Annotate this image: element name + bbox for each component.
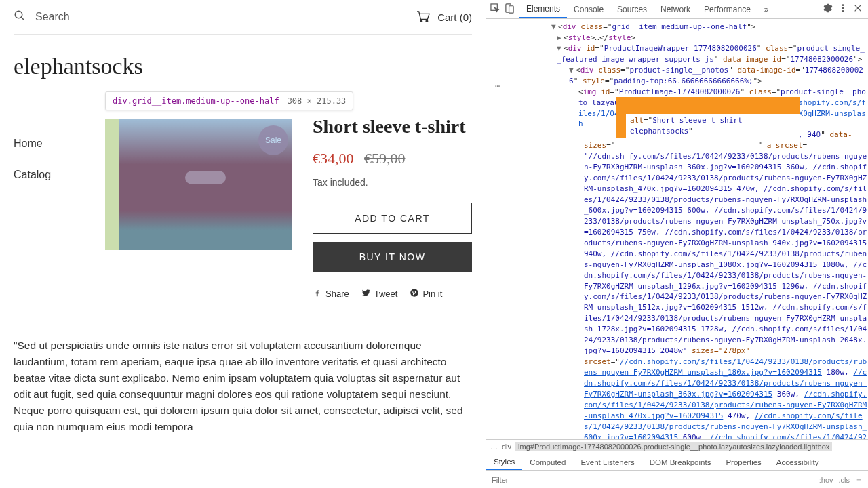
svg-point-10 xyxy=(842,10,844,12)
cart-icon xyxy=(416,10,431,24)
settings-icon[interactable] xyxy=(823,3,833,15)
search-icon xyxy=(14,9,26,24)
highlight-content xyxy=(119,119,292,250)
collapsed-indicator[interactable]: ⋯ xyxy=(490,79,505,94)
tab-more[interactable]: » xyxy=(757,0,776,18)
share-twitter[interactable]: Tweet xyxy=(361,288,398,300)
stab-a11y[interactable]: Accessibility xyxy=(769,453,827,470)
cart-link[interactable]: Cart (0) xyxy=(416,10,472,24)
twitter-icon xyxy=(361,288,371,300)
share-facebook[interactable]: Share xyxy=(313,288,349,300)
nav-catalog[interactable]: Catalog xyxy=(14,159,92,190)
svg-rect-7 xyxy=(509,5,514,12)
tab-sources[interactable]: Sources xyxy=(610,0,654,18)
svg-point-8 xyxy=(842,4,844,6)
styles-filter-row: :hov .cls ＋ xyxy=(486,470,868,488)
dom-breadcrumb[interactable]: … div img#ProductImage-17748082000026.pr… xyxy=(486,439,868,453)
tax-note: Tax included. xyxy=(313,177,472,188)
svg-line-1 xyxy=(21,17,24,20)
page-viewport[interactable]: Search Cart (0) elephantsocks Home Catal… xyxy=(0,0,486,488)
tooltip-dimensions: 308 × 215.33 xyxy=(288,96,347,106)
product-title: Short sleeve t-shirt xyxy=(313,116,472,138)
stab-props[interactable]: Properties xyxy=(718,453,768,470)
alt-highlight: alt="Short sleeve t-shirt – elephantsock… xyxy=(616,97,800,138)
tab-elements[interactable]: Elements xyxy=(519,0,567,18)
svg-point-9 xyxy=(842,7,844,9)
share-pinterest[interactable]: Pin it xyxy=(410,288,442,300)
cart-label: Cart (0) xyxy=(437,12,472,23)
cls-toggle[interactable]: .cls xyxy=(839,476,850,484)
styles-tabs: Styles Computed Event Listeners DOM Brea… xyxy=(486,453,868,470)
svg-point-0 xyxy=(15,11,22,18)
product-description: "Sed ut perspiciatis unde omnis iste nat… xyxy=(14,338,472,435)
svg-point-2 xyxy=(420,20,422,22)
search-placeholder: Search xyxy=(35,11,70,23)
stab-events[interactable]: Event Listeners xyxy=(573,453,642,470)
product-info: Short sleeve t-shirt €34,00 €59,00 Tax i… xyxy=(313,93,472,300)
product-image[interactable]: Sale xyxy=(105,119,292,250)
tab-network[interactable]: Network xyxy=(654,0,697,18)
stab-dom-bp[interactable]: DOM Breakpoints xyxy=(642,453,719,470)
topbar: Search Cart (0) xyxy=(14,0,472,35)
brand-title[interactable]: elephantsocks xyxy=(14,35,472,93)
facebook-icon xyxy=(313,288,322,300)
nav-home[interactable]: Home xyxy=(14,128,92,159)
inspect-element-icon[interactable] xyxy=(490,3,500,16)
inspect-tooltip: div.grid__item.medium-up--one-half 308 ×… xyxy=(105,92,353,110)
tooltip-selector: div.grid__item.medium-up--one-half xyxy=(113,96,279,106)
close-icon[interactable] xyxy=(853,3,863,15)
sidebar: Home Catalog xyxy=(14,93,92,300)
add-rule-icon[interactable]: ＋ xyxy=(855,474,863,485)
styles-filter-input[interactable] xyxy=(492,476,819,484)
add-to-cart-button[interactable]: ADD TO CART xyxy=(313,203,472,234)
dom-tree[interactable]: ▼<div class="grid__item medium-up--one-h… xyxy=(486,19,868,439)
hov-toggle[interactable]: :hov xyxy=(819,476,833,484)
kebab-icon[interactable] xyxy=(838,3,848,15)
tab-console[interactable]: Console xyxy=(567,0,610,18)
svg-point-3 xyxy=(426,20,428,22)
stab-styles[interactable]: Styles xyxy=(486,453,522,470)
buy-now-button[interactable]: BUY IT NOW xyxy=(313,242,472,272)
devtools-tabs: Elements Console Sources Network Perform… xyxy=(486,0,868,19)
price-row: €34,00 €59,00 xyxy=(313,150,472,167)
price-original: €59,00 xyxy=(364,150,406,167)
devtools-panel: Elements Console Sources Network Perform… xyxy=(486,0,868,488)
device-toggle-icon[interactable] xyxy=(505,3,515,16)
search[interactable]: Search xyxy=(14,9,70,24)
tab-performance[interactable]: Performance xyxy=(697,0,757,18)
pinterest-icon xyxy=(410,288,419,300)
social-row: Share Tweet Pin it xyxy=(313,288,472,300)
product-image-column: div.grid__item.medium-up--one-half 308 ×… xyxy=(105,119,292,300)
stab-computed[interactable]: Computed xyxy=(522,453,573,470)
highlight-margin xyxy=(105,119,119,250)
svg-point-4 xyxy=(411,289,419,297)
price-sale: €34,00 xyxy=(313,150,354,167)
